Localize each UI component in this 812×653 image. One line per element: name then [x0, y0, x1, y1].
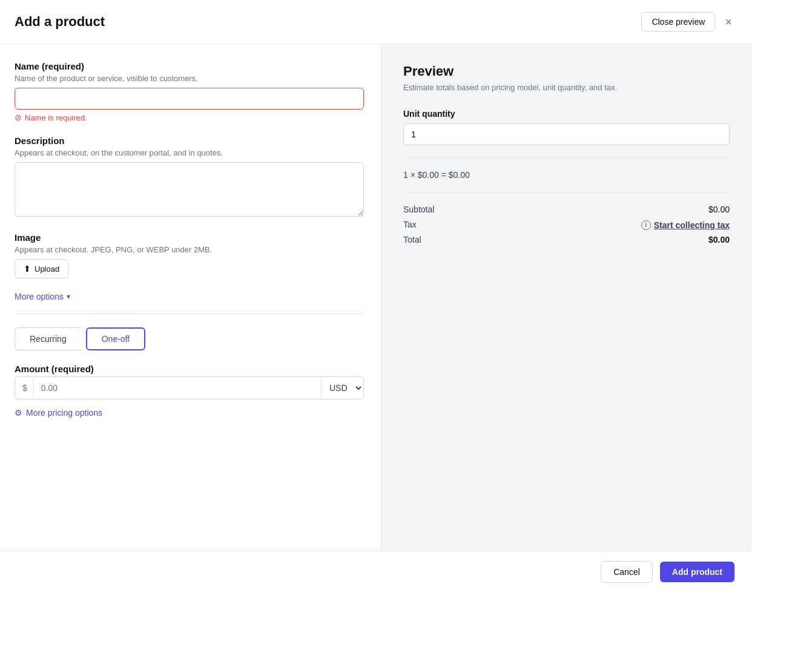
name-error-message: ⊘ Name is required.: [15, 113, 364, 122]
description-label: Description: [15, 136, 364, 146]
info-icon: i: [641, 220, 651, 230]
gear-icon: ⚙: [15, 408, 22, 418]
cancel-button[interactable]: Cancel: [601, 561, 653, 583]
name-field-group: Name (required) Name of the product or s…: [15, 61, 364, 122]
currency-select[interactable]: USD EUR GBP: [320, 377, 363, 399]
upload-icon: ⬆: [24, 264, 31, 274]
modal-header: Add a product Close preview ×: [0, 0, 751, 44]
recurring-toggle-button[interactable]: Recurring: [15, 327, 81, 350]
one-off-toggle-button[interactable]: One-off: [86, 327, 145, 350]
section-divider: [15, 313, 364, 314]
image-label: Image: [15, 232, 364, 243]
preview-divider-1: [403, 157, 730, 158]
amount-input-row: $ USD EUR GBP: [15, 376, 364, 399]
total-row: Total $0.00: [403, 235, 730, 244]
preview-divider-2: [403, 192, 730, 192]
amount-prefix: $: [15, 378, 34, 398]
chevron-down-icon: ▾: [67, 292, 70, 301]
tax-link-text: Start collecting tax: [654, 220, 730, 230]
start-collecting-tax-link[interactable]: i Start collecting tax: [641, 220, 730, 230]
name-error-text: Name is required.: [25, 113, 87, 122]
add-product-button[interactable]: Add product: [660, 562, 734, 582]
right-panel: Preview Estimate totals based on pricing…: [381, 44, 751, 551]
upload-button[interactable]: ⬆ Upload: [15, 259, 68, 278]
name-label: Name (required): [15, 61, 364, 71]
more-options-label: More options: [15, 292, 64, 301]
upload-label: Upload: [35, 264, 59, 274]
description-field-group: Description Appears at checkout, on the …: [15, 136, 364, 219]
unit-quantity-label: Unit quantity: [403, 109, 730, 119]
amount-label: Amount (required): [15, 364, 364, 374]
left-panel: Name (required) Name of the product or s…: [0, 44, 381, 551]
image-field-group: Image Appears at checkout. JPEG, PNG, or…: [15, 232, 364, 278]
description-input[interactable]: [15, 162, 364, 217]
total-label: Total: [403, 235, 421, 244]
tax-value: i Start collecting tax: [641, 219, 730, 230]
error-icon: ⊘: [15, 113, 22, 122]
add-product-modal: Add a product Close preview × Name (requ…: [0, 0, 751, 592]
tax-label: Tax: [403, 220, 417, 229]
price-formula: 1 × $0.00 = $0.00: [403, 170, 730, 180]
preview-subtitle: Estimate totals based on pricing model, …: [403, 83, 730, 92]
amount-input[interactable]: [34, 378, 320, 398]
more-options-button[interactable]: More options ▾: [15, 292, 364, 301]
preview-title: Preview: [403, 64, 730, 79]
modal-title: Add a product: [15, 14, 105, 30]
description-hint: Appears at checkout, on the customer por…: [15, 148, 364, 157]
total-value: $0.00: [708, 235, 730, 244]
name-hint: Name of the product or service, visible …: [15, 74, 364, 83]
more-pricing-label: More pricing options: [26, 408, 102, 418]
pricing-type-toggle: Recurring One-off: [15, 327, 364, 350]
modal-body: Name (required) Name of the product or s…: [0, 44, 751, 551]
tax-row: Tax i Start collecting tax: [403, 219, 730, 230]
unit-quantity-input[interactable]: [403, 123, 730, 145]
subtotal-label: Subtotal: [403, 205, 434, 214]
amount-field-group: Amount (required) $ USD EUR GBP ⚙ More p…: [15, 364, 364, 418]
subtotal-row: Subtotal $0.00: [403, 205, 730, 214]
modal-footer: Cancel Add product: [0, 551, 751, 592]
image-hint: Appears at checkout. JPEG, PNG, or WEBP …: [15, 245, 364, 254]
header-actions: Close preview ×: [641, 12, 734, 31]
close-preview-button[interactable]: Close preview: [641, 12, 715, 31]
subtotal-value: $0.00: [708, 205, 730, 214]
name-input[interactable]: [15, 88, 364, 110]
close-modal-button[interactable]: ×: [722, 13, 734, 30]
more-pricing-options-button[interactable]: ⚙ More pricing options: [15, 408, 102, 418]
